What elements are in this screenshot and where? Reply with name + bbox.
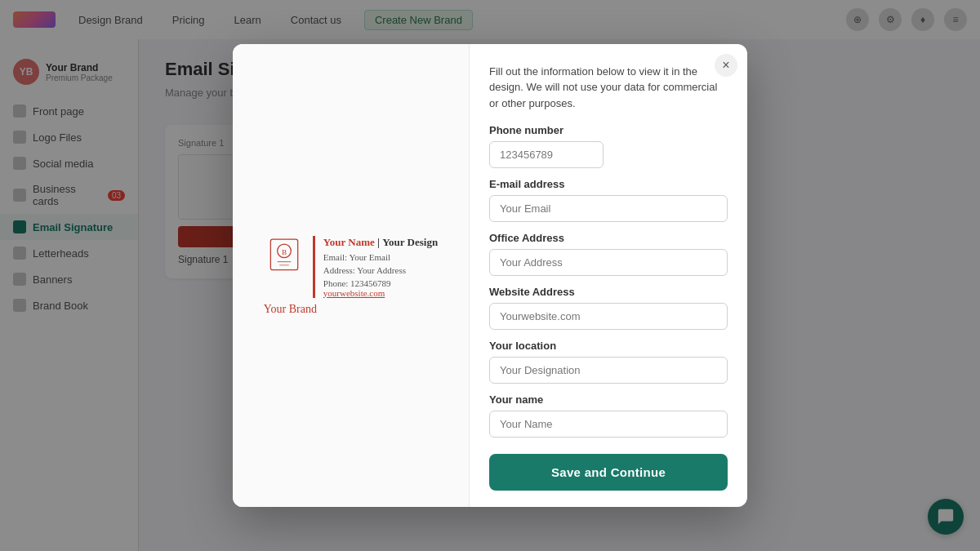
modal-body: B Your Name | Your Design Email: Your Em… (233, 44, 747, 508)
email-label: E-mail address (489, 178, 728, 190)
name-label: Your name (489, 393, 728, 406)
location-label: Your location (489, 340, 728, 352)
form-group-name: Your name (489, 393, 728, 438)
form-group-phone: Phone number (489, 124, 728, 168)
name-input[interactable] (489, 411, 728, 438)
form-group-location: Your location (489, 340, 728, 384)
sig-preview-logo: B Your Name | Your Design Email: Your Em… (264, 236, 438, 298)
modal-dialog: × B (233, 44, 747, 508)
save-continue-button[interactable]: Save and Continue (489, 454, 728, 491)
modal-overlay: × B (0, 0, 980, 551)
office-input[interactable] (489, 249, 728, 276)
form-group-email: E-mail address (489, 178, 728, 222)
brand-icon: B (264, 236, 305, 277)
location-input[interactable] (489, 357, 728, 384)
sig-preview-name: Your Name | Your Design (323, 236, 438, 249)
form-group-website: Website Address (489, 286, 728, 330)
website-input[interactable] (489, 303, 728, 330)
email-input[interactable] (489, 195, 728, 222)
website-label: Website Address (489, 286, 728, 298)
sig-address-line: Address: Your Address (323, 265, 438, 275)
office-label: Office Address (489, 232, 728, 244)
modal-preview-panel: B Your Name | Your Design Email: Your Em… (233, 44, 470, 508)
sig-website-link: yourwebsite.com (323, 288, 438, 298)
signature-preview: B Your Name | Your Design Email: Your Em… (264, 236, 438, 316)
phone-label: Phone number (489, 124, 728, 136)
phone-input[interactable] (489, 141, 604, 168)
sig-email-line: Email: Your Email (323, 252, 438, 262)
sig-phone-line: Phone: 123456789 (323, 278, 438, 288)
modal-close-button[interactable]: × (715, 54, 737, 77)
form-group-office: Office Address (489, 232, 728, 276)
sig-preview-text: Your Name | Your Design Email: Your Emai… (313, 236, 438, 298)
svg-text:B: B (282, 247, 287, 256)
sig-brand-label: Your Brand (264, 303, 438, 316)
modal-form-panel: Fill out the information below to view i… (470, 44, 747, 508)
modal-description: Fill out the information below to view i… (489, 64, 728, 112)
